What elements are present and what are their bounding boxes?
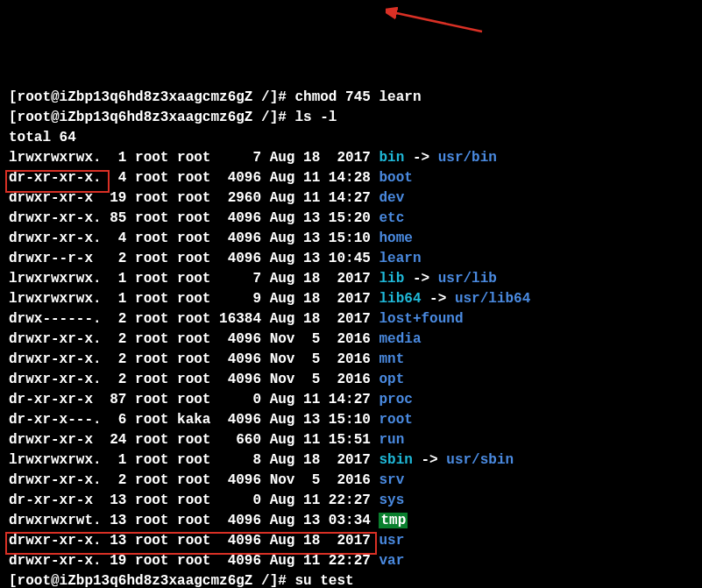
link-name: lib64 xyxy=(379,291,421,307)
ls-row: lrwxrwxrwx. 1 root root 9 Aug 18 2017 li… xyxy=(9,291,530,307)
dir-name: home xyxy=(379,230,412,246)
ls-row: dr-xr-x---. 6 root kaka 4096 Aug 13 15:1… xyxy=(9,412,413,428)
dir-name: var xyxy=(379,553,404,569)
dir-name: run xyxy=(379,432,404,448)
perm-col: dr-xr-xr-x xyxy=(9,492,102,508)
link-arrow: -> xyxy=(404,150,437,166)
svg-line-0 xyxy=(393,12,482,32)
ls-row: drwxr-xr-x 24 root root 660 Aug 11 15:51… xyxy=(9,432,404,448)
link-target: usr/sbin xyxy=(446,452,514,468)
perm-col: drwxr-xr-x. xyxy=(9,230,102,246)
perm-col: drwxr-xr-x. xyxy=(9,372,102,387)
prompt-line: [root@iZbp13q6hd8z3xaagcmz6gZ /]# chmod … xyxy=(9,89,421,105)
ls-row: drwxrwxrwt. 13 root root 4096 Aug 13 03:… xyxy=(9,513,408,528)
perm-col: drwxr-xr-x. xyxy=(9,533,102,549)
link-name: lib xyxy=(379,271,404,287)
perm-col: drwxr--r-x xyxy=(9,251,102,266)
ls-row: drwxr-xr-x. 85 root root 4096 Aug 13 15:… xyxy=(9,210,404,226)
dir-name: opt xyxy=(379,372,404,387)
perm-col: drwxr-xr-x xyxy=(9,432,102,448)
perm-col: lrwxrwxrwx. xyxy=(9,271,102,287)
perm-col: drwxr-xr-x xyxy=(9,190,102,206)
dir-name: learn xyxy=(379,251,421,266)
dir-name: root xyxy=(379,412,412,428)
perm-col: dr-xr-xr-x. xyxy=(9,170,102,186)
ls-row: drwxr-xr-x. 2 root root 4096 Nov 5 2016 … xyxy=(9,472,404,488)
ls-row: drwxr-xr-x. 19 root root 4096 Aug 11 22:… xyxy=(9,553,404,569)
ls-row: drwxr-xr-x. 2 root root 4096 Nov 5 2016 … xyxy=(9,351,404,367)
ls-row: drwxr--r-x 2 root root 4096 Aug 13 10:45… xyxy=(9,251,422,266)
perm-col: lrwxrwxrwx. xyxy=(9,452,102,468)
dir-name: tmp xyxy=(379,513,408,528)
ls-row: drwxr-xr-x. 13 root root 4096 Aug 18 201… xyxy=(9,533,404,549)
ls-row: dr-xr-xr-x 87 root root 0 Aug 11 14:27 p… xyxy=(9,392,413,407)
dir-name: srv xyxy=(379,472,404,488)
perm-col: drwxr-xr-x. xyxy=(9,210,102,226)
link-target: usr/lib64 xyxy=(455,291,530,307)
link-arrow: -> xyxy=(413,452,446,468)
perm-col: lrwxrwxrwx. xyxy=(9,150,102,166)
prompt-line: [root@iZbp13q6hd8z3xaagcmz6gZ /]# su tes… xyxy=(9,573,354,588)
perm-col: drwxr-xr-x. xyxy=(9,553,102,569)
ls-row: lrwxrwxrwx. 1 root root 8 Aug 18 2017 sb… xyxy=(9,452,514,468)
link-name: bin xyxy=(379,150,404,166)
link-name: sbin xyxy=(379,452,412,468)
link-target: usr/lib xyxy=(438,271,497,287)
perm-col: drwxr-xr-x. xyxy=(9,331,102,347)
dir-name: boot xyxy=(379,170,412,186)
ls-row: dr-xr-xr-x 13 root root 0 Aug 11 22:27 s… xyxy=(9,492,404,508)
dir-name: sys xyxy=(379,492,404,508)
ls-row: dr-xr-xr-x. 4 root root 4096 Aug 11 14:2… xyxy=(9,170,413,186)
ls-row: drwxr-xr-x. 4 root root 4096 Aug 13 15:1… xyxy=(9,230,413,246)
perm-col: drwxr-xr-x. xyxy=(9,351,102,367)
total-line: total 64 xyxy=(9,130,76,145)
dir-name: proc xyxy=(379,392,412,407)
ls-row: lrwxrwxrwx. 1 root root 7 Aug 18 2017 li… xyxy=(9,271,497,287)
terminal-output: [root@iZbp13q6hd8z3xaagcmz6gZ /]# chmod … xyxy=(9,88,693,588)
dir-name: dev xyxy=(379,190,404,206)
link-arrow: -> xyxy=(404,271,437,287)
dir-name: lost+found xyxy=(379,311,463,327)
ls-row: drwxr-xr-x 19 root root 2960 Aug 11 14:2… xyxy=(9,190,404,206)
annotation-arrow-icon xyxy=(386,7,491,42)
ls-row: drwxr-xr-x. 2 root root 4096 Nov 5 2016 … xyxy=(9,372,404,387)
perm-col: drwxr-xr-x. xyxy=(9,472,102,488)
perm-col: drwx------. xyxy=(9,311,102,327)
dir-name: etc xyxy=(379,210,404,226)
perm-col: dr-xr-x---. xyxy=(9,412,102,428)
perm-col: dr-xr-xr-x xyxy=(9,392,102,407)
prompt-line: [root@iZbp13q6hd8z3xaagcmz6gZ /]# ls -l xyxy=(9,110,337,125)
perm-col: drwxrwxrwt. xyxy=(9,513,102,528)
dir-name: usr xyxy=(379,533,404,549)
link-target: usr/bin xyxy=(438,150,497,166)
ls-row: lrwxrwxrwx. 1 root root 7 Aug 18 2017 bi… xyxy=(9,150,497,166)
link-arrow: -> xyxy=(422,291,455,307)
dir-name: mnt xyxy=(379,351,404,367)
dir-name: media xyxy=(379,331,421,347)
perm-col: lrwxrwxrwx. xyxy=(9,291,102,307)
ls-row: drwx------. 2 root root 16384 Aug 18 201… xyxy=(9,311,464,327)
ls-row: drwxr-xr-x. 2 root root 4096 Nov 5 2016 … xyxy=(9,331,422,347)
